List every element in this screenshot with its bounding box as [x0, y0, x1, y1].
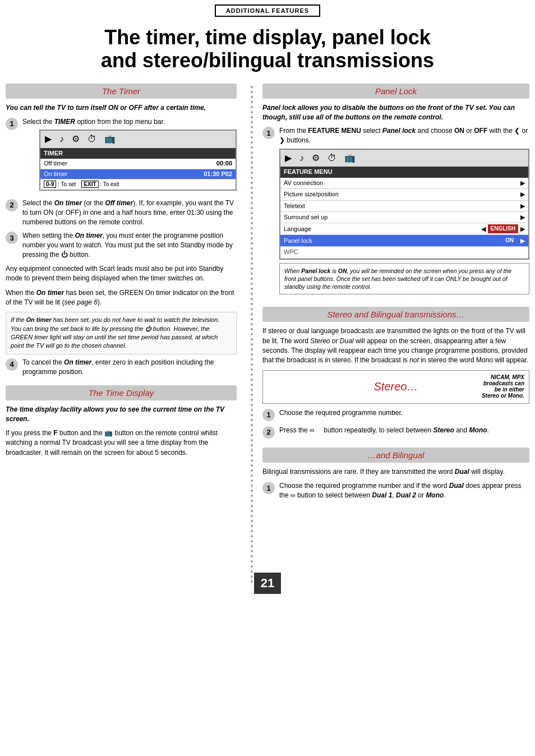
- off-timer-value: 00:00: [216, 159, 232, 168]
- stereo-s1-text: Choose the required programme number.: [279, 408, 529, 418]
- step2-circle: 2: [6, 199, 18, 211]
- feature-menu-title: FEATURE MENU: [280, 167, 528, 177]
- badge-text: ADDITIONAL FEATURES: [215, 4, 320, 17]
- stereo-s2-circle: 2: [262, 426, 275, 439]
- surround-label: Surround set up: [284, 213, 328, 222]
- page-title: The timer, time display, panel lockand s…: [0, 19, 535, 84]
- stereo-body: If stereo or dual language broadcasts ar…: [262, 326, 529, 366]
- panel-lock-values: ON ▶: [501, 236, 525, 245]
- timer-intro: You can tell the TV to turn itself ON or…: [6, 103, 237, 113]
- wpc-row: WPC: [280, 247, 528, 258]
- stereo-section: Stereo and Bilingual transmissions… If s…: [262, 307, 529, 439]
- stereo-s2-text: Press the ∞ button repeatedly, to select…: [279, 426, 529, 435]
- settings-icon: ⚙: [72, 133, 80, 145]
- note-icon: ♪: [59, 133, 64, 145]
- key-exit: EXIT : To exit: [81, 181, 119, 188]
- fm-note-icon: ♪: [299, 152, 304, 164]
- menu-keys: 0-9 : To set EXIT : To exit: [40, 179, 236, 190]
- timer-step1: 1 Select the TIMER option from the top m…: [6, 117, 237, 194]
- timer-step3: 3 When setting the On timer, you must en…: [6, 231, 237, 259]
- language-values: ◀ ENGLISH ▶: [481, 224, 525, 233]
- content-area: The Timer You can tell the TV to turn it…: [0, 84, 535, 583]
- surround-arrow: ▶: [520, 213, 525, 222]
- stereo-step2: 2 Press the ∞ button repeatedly, to sele…: [262, 426, 529, 439]
- panel-lock-intro: Panel lock allows you to disable the but…: [262, 103, 529, 122]
- teletext-row: Teletext ▶: [280, 201, 528, 212]
- timer-menu-box: ▶ ♪ ⚙ ⏱ 📺 TIMER Off timer 00:00 On ti: [39, 130, 237, 191]
- timer-step4: 4 To cancel the On timer, enter zero in …: [6, 358, 237, 377]
- additional-features-badge: ADDITIONAL FEATURES: [0, 0, 535, 19]
- step4-text: To cancel the On timer, enter zero in ea…: [22, 358, 237, 377]
- stereo-label: Stereo…: [374, 380, 418, 393]
- time-display-intro: The time display facility allows you to …: [6, 405, 237, 424]
- right-column: Panel Lock Panel lock allows you to disa…: [257, 84, 529, 583]
- surround-row: Surround set up ▶: [280, 212, 528, 223]
- stereo-step1: 1 Choose the required programme number.: [262, 408, 529, 421]
- teletext-arrow: ▶: [520, 202, 525, 210]
- off-timer-label: Off timer: [44, 159, 67, 168]
- english-badge: ENGLISH: [488, 224, 518, 233]
- stereo-s1-circle: 1: [262, 409, 275, 421]
- time-display-body: If you press the F button and the 📺 butt…: [6, 428, 237, 458]
- fm-clock-icon: ⏱: [328, 152, 336, 164]
- picture-row: Picture size/position ▶: [280, 189, 528, 200]
- time-display-header: The Time Display: [6, 385, 237, 400]
- page-footer: 21: [0, 583, 535, 600]
- feature-menu-box: ▶ ♪ ⚙ ⏱ 📺 FEATURE MENU AV connection ▶: [279, 149, 529, 260]
- av-label: AV connection: [284, 179, 323, 187]
- teletext-label: Teletext: [284, 202, 305, 210]
- bilingual-s1-circle: 1: [262, 482, 275, 494]
- dot-separator: [247, 84, 257, 583]
- feature-menu-icons: ▶ ♪ ⚙ ⏱ 📺: [280, 150, 528, 167]
- language-label: Language: [284, 225, 311, 233]
- av-arrow: ▶: [520, 179, 525, 187]
- fm-settings-icon: ⚙: [312, 152, 320, 164]
- panel-step1-text: From the FEATURE MENU select Panel lock …: [279, 126, 529, 298]
- on-timer-label: On timer: [44, 170, 67, 178]
- stereo-header: Stereo and Bilingual transmissions…: [262, 307, 529, 322]
- step1-text: Select the TIMER option from the top men…: [22, 117, 237, 194]
- panel-lock-header: Panel Lock: [262, 84, 529, 99]
- panel-lock-row: Panel lock ON ▶: [280, 235, 528, 247]
- bilingual-step1: 1 Choose the required programme number a…: [262, 481, 529, 500]
- timer-step2: 2 Select the On timer (or the Off timer)…: [6, 199, 237, 227]
- step2-text: Select the On timer (or the Off timer). …: [22, 199, 237, 227]
- on-timer-value: 01:30 P02: [204, 170, 232, 178]
- step4-circle: 4: [6, 358, 18, 371]
- picture-arrow: ▶: [520, 190, 525, 199]
- picture-label: Picture size/position: [284, 190, 339, 199]
- panel-lock-label: Panel lock: [284, 237, 312, 245]
- bilingual-section: …and Bilingual Bilingual transmissions a…: [262, 448, 529, 500]
- timer-section: The Timer You can tell the TV to turn it…: [6, 84, 237, 377]
- menu-title: TIMER: [40, 148, 236, 159]
- fm-tv-icon: 📺: [344, 152, 356, 164]
- bilingual-header: …and Bilingual: [262, 448, 529, 463]
- menu-icons: ▶ ♪ ⚙ ⏱ 📺: [40, 131, 236, 147]
- stereo-note: NICAM, MPXbroadcasts canbe in eitherSter…: [482, 374, 524, 399]
- language-row: Language ◀ ENGLISH ▶: [280, 223, 528, 235]
- bilingual-body: Bilingual transmissions are rare. If the…: [262, 467, 529, 477]
- left-column: The Timer You can tell the TV to turn it…: [6, 84, 247, 583]
- step3-extra2: When the On timer has been set, the GREE…: [6, 288, 237, 308]
- stereo-display-box: Stereo… NICAM, MPXbroadcasts canbe in ei…: [262, 370, 529, 404]
- panel-step1-circle: 1: [262, 127, 275, 139]
- clock-icon: ⏱: [87, 133, 96, 145]
- on-badge: ON: [501, 236, 518, 245]
- key-09: 0-9 : To set: [44, 181, 76, 188]
- panel-step1: 1 From the FEATURE MENU select Panel loc…: [262, 126, 529, 298]
- timer-note: If the On timer has been set, you do not…: [6, 312, 237, 354]
- off-timer-row: Off timer 00:00: [40, 159, 236, 169]
- fm-film-icon: ▶: [285, 152, 292, 164]
- panel-lock-warning: When Panel lock is ON, you will be remin…: [279, 263, 529, 295]
- step3-extra1: Any equipment connected with Scart leads…: [6, 264, 237, 284]
- step3-circle: 3: [6, 232, 18, 244]
- page-number: 21: [254, 573, 281, 594]
- av-row: AV connection ▶: [280, 178, 528, 189]
- bilingual-s1-text: Choose the required programme number and…: [279, 481, 529, 500]
- wpc-label: WPC: [284, 248, 298, 256]
- film-icon: ▶: [45, 133, 52, 145]
- tv-icon: 📺: [104, 133, 116, 145]
- step1-circle: 1: [6, 118, 18, 130]
- step3-text: When setting the On timer, you must ente…: [22, 231, 237, 259]
- timer-header: The Timer: [6, 84, 237, 99]
